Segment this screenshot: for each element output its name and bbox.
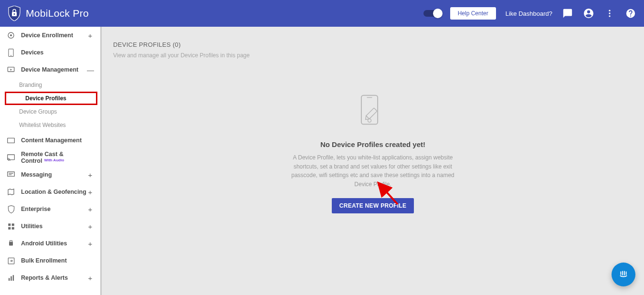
svg-point-4: [609, 15, 610, 17]
sidebar-item-label: Android Utilities: [21, 240, 87, 247]
svg-rect-26: [12, 275, 14, 281]
main-content: DEVICE PROFILES (0) View and manage all …: [102, 27, 644, 295]
expand-icon: +: [87, 32, 94, 40]
like-dashboard-link[interactable]: Like Dashboard?: [506, 10, 552, 17]
expand-icon: +: [87, 171, 94, 179]
sidebar-sub-device-groups[interactable]: Device Groups: [0, 105, 100, 118]
page-title: DEVICE PROFILES (0): [113, 41, 633, 48]
android-icon: [7, 239, 15, 248]
intercom-launcher[interactable]: [612, 263, 635, 286]
svg-rect-34: [619, 270, 628, 279]
more-icon[interactable]: [604, 8, 615, 19]
toggle-knob: [433, 9, 443, 18]
sidebar-item-reports[interactable]: Reports & Alerts +: [0, 269, 100, 286]
expand-icon: +: [87, 274, 94, 282]
account-icon[interactable]: [583, 8, 594, 19]
sidebar-item-device-enrollment[interactable]: Device Enrollment +: [0, 27, 100, 44]
expand-icon: +: [87, 188, 94, 196]
svg-rect-12: [8, 155, 15, 160]
folder-icon: [7, 136, 15, 145]
svg-rect-18: [8, 227, 11, 229]
sidebar-item-label: Reports & Alerts: [21, 274, 87, 281]
header-actions: Help Center Like Dashboard?: [423, 7, 636, 20]
sidebar-item-label: Device Enrollment: [21, 32, 87, 39]
sidebar-sub-label: Whitelist Websites: [19, 122, 66, 128]
app-header: MobiLock Pro Help Center Like Dashboard?: [0, 0, 644, 27]
svg-point-2: [609, 10, 610, 11]
sidebar-item-label: Devices: [21, 49, 87, 56]
sidebar-sub-label: Device Groups: [19, 108, 57, 115]
sidebar-item-messaging[interactable]: Messaging +: [0, 166, 100, 183]
sidebar-item-label: Bulk Enrollment: [21, 257, 87, 264]
sidebar-item-label: Utilities: [21, 223, 87, 230]
shield-lock-icon: [8, 6, 21, 21]
svg-rect-20: [9, 242, 13, 246]
sidebar-sub-branding[interactable]: Branding: [0, 78, 100, 92]
svg-rect-17: [11, 223, 14, 226]
intercom-icon: [617, 268, 630, 281]
sidebar-item-bulk-enrollment[interactable]: Bulk Enrollment: [0, 252, 100, 269]
enrollment-icon: [7, 31, 15, 40]
sidebar-item-label: Remote Cast & ControlWith Audio: [21, 151, 87, 164]
sidebar-item-label: Location & Geofencing: [21, 189, 87, 195]
svg-point-3: [609, 12, 610, 14]
brand-logo[interactable]: MobiLock Pro: [8, 6, 89, 21]
collapse-icon: —: [87, 66, 94, 74]
sidebar-item-enterprise[interactable]: Enterprise +: [0, 200, 100, 218]
svg-point-8: [11, 55, 11, 56]
sidebar-item-location[interactable]: Location & Geofencing +: [0, 183, 100, 200]
expand-icon: +: [87, 222, 94, 231]
chat-icon[interactable]: [562, 8, 573, 19]
svg-point-6: [10, 34, 12, 36]
product-name: MobiLock Pro: [26, 8, 89, 19]
sidebar-sub-whitelist-websites[interactable]: Whitelist Websites: [0, 118, 100, 132]
audio-badge: With Audio: [44, 158, 64, 162]
svg-rect-19: [11, 227, 14, 229]
sidebar-item-devices[interactable]: Devices: [0, 44, 100, 61]
sidebar-sub-device-profiles[interactable]: Device Profiles: [5, 92, 97, 105]
sidebar-item-content-management[interactable]: Content Management: [0, 132, 100, 149]
chart-icon: [7, 274, 15, 282]
sidebar-sub-label: Device Profiles: [25, 95, 66, 102]
empty-state: No Device Profiles created yet! A Device…: [268, 89, 478, 213]
help-icon[interactable]: [625, 8, 636, 19]
help-center-button[interactable]: Help Center: [450, 7, 496, 20]
sidebar: Device Enrollment + Devices Device Manag…: [0, 27, 102, 295]
svg-rect-16: [8, 223, 11, 226]
page-subtitle: View and manage all your Device Profiles…: [113, 52, 633, 59]
shield-icon: [7, 205, 15, 213]
tablet-icon: [7, 48, 15, 57]
empty-state-title: No Device Profiles created yet!: [268, 140, 478, 148]
sidebar-item-label: Enterprise: [21, 206, 87, 212]
theme-toggle[interactable]: [423, 10, 441, 17]
map-icon: [7, 188, 15, 196]
sidebar-item-label: Content Management: [21, 137, 87, 144]
empty-state-description: A Device Profile, lets you white-list ap…: [268, 153, 478, 189]
svg-rect-13: [8, 172, 15, 176]
apps-icon: [7, 222, 15, 231]
sidebar-item-device-management[interactable]: Device Management —: [0, 61, 100, 78]
sidebar-item-android-utilities[interactable]: Android Utilities +: [0, 235, 100, 252]
create-new-profile-button[interactable]: CREATE NEW PROFILE: [332, 198, 414, 213]
svg-rect-25: [11, 276, 12, 280]
import-icon: [7, 256, 15, 265]
expand-icon: +: [87, 205, 94, 213]
cast-icon: [7, 153, 15, 162]
message-icon: [7, 170, 15, 179]
svg-point-1: [14, 13, 15, 15]
sidebar-item-label: Messaging: [21, 171, 87, 178]
sidebar-item-remote-cast[interactable]: Remote Cast & ControlWith Audio: [0, 149, 100, 166]
management-icon: [7, 65, 15, 74]
sidebar-sub-label: Branding: [19, 82, 42, 88]
svg-marker-10: [11, 69, 12, 71]
svg-rect-24: [8, 278, 10, 281]
svg-rect-11: [8, 138, 15, 143]
sidebar-item-label: Device Management: [21, 66, 87, 73]
expand-icon: +: [87, 240, 94, 248]
device-edit-icon: [356, 89, 390, 132]
sidebar-item-utilities[interactable]: Utilities +: [0, 218, 100, 235]
